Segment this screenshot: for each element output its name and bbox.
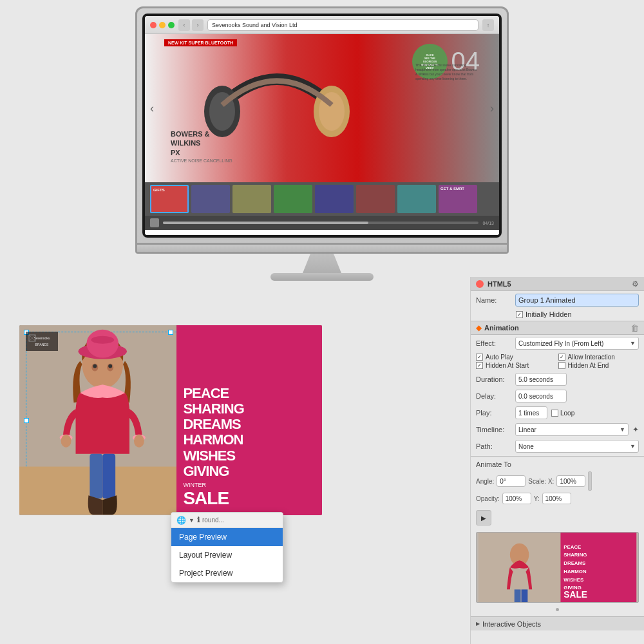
effect-row: Effect: Customized Fly In (From Left) ▼ bbox=[471, 335, 644, 352]
traffic-lights bbox=[150, 22, 175, 28]
maximize-button[interactable] bbox=[168, 22, 175, 28]
timeline-dropdown[interactable]: Linear ▼ bbox=[515, 423, 629, 436]
play-animation-button[interactable]: ▶ bbox=[476, 510, 491, 526]
thumb-8[interactable]: GET & SMRT bbox=[439, 185, 477, 213]
effect-dropdown-arrow: ▼ bbox=[630, 340, 636, 346]
hero-brand: BOWERS & WILKINS PX bbox=[171, 129, 232, 157]
svg-point-17 bbox=[93, 365, 97, 368]
initially-hidden-checkbox[interactable]: ✓ bbox=[516, 311, 523, 318]
loop-label: Loop bbox=[560, 410, 574, 417]
delay-value[interactable]: 0.0 seconds bbox=[515, 390, 567, 402]
auto-play-label: Auto Play bbox=[486, 354, 513, 361]
thumb-4[interactable] bbox=[274, 185, 312, 213]
home-icon[interactable] bbox=[150, 218, 159, 227]
interactive-objects-label: Interactive Objects bbox=[482, 620, 541, 628]
path-dropdown[interactable]: None ▼ bbox=[515, 440, 639, 453]
panel-close-button[interactable] bbox=[476, 280, 484, 288]
project-preview-item[interactable]: Project Preview bbox=[171, 564, 283, 582]
loop-checkbox[interactable] bbox=[551, 410, 558, 417]
animation-checkboxes: Auto Play Allow Interaction Hidden At St… bbox=[471, 352, 644, 371]
design-left-panel: Sevenooks BRANDS bbox=[19, 325, 186, 515]
auto-play-checkbox[interactable] bbox=[476, 354, 483, 361]
path-row: Path: None ▼ bbox=[471, 438, 644, 455]
peace-text: PEACESHARINGDREAMSHARMONWISHESGIVING bbox=[183, 386, 316, 479]
svg-point-22 bbox=[134, 435, 144, 448]
close-button[interactable] bbox=[150, 22, 156, 28]
name-input[interactable] bbox=[515, 294, 639, 307]
svg-point-13 bbox=[86, 330, 118, 358]
progress-fill bbox=[163, 222, 368, 224]
svg-point-14 bbox=[91, 336, 114, 344]
opacity-scale-y-row: Opacity: 100% Y: 100% bbox=[476, 493, 639, 504]
effect-dropdown[interactable]: Customized Fly In (From Left) ▼ bbox=[515, 337, 639, 350]
panel-preview-area: PEACE SHARING DREAMS HARMON WISHES GIVIN… bbox=[476, 532, 639, 603]
scale-x-sublabel: Scale: X: bbox=[528, 478, 554, 485]
forward-button[interactable]: › bbox=[192, 19, 204, 31]
effect-label: Effect: bbox=[476, 339, 511, 347]
play-times-input[interactable]: 1 times bbox=[515, 406, 547, 419]
url-bar[interactable]: Sevenooks Sound and Vision Ltd bbox=[207, 19, 478, 31]
thumb-2[interactable] bbox=[191, 185, 230, 213]
dot-indicator bbox=[471, 605, 644, 614]
svg-text:HARMON: HARMON bbox=[564, 569, 587, 574]
panel-scroll-area[interactable]: Name: ✓ Initially Hidden ◆ Animation 🗑 E… bbox=[471, 291, 644, 644]
panel-title: HTML5 bbox=[488, 280, 628, 288]
imac-screen: ‹ › Sevenooks Sound and Vision Ltd ↑ NEW… bbox=[145, 16, 499, 235]
initially-hidden-label: Initially Hidden bbox=[526, 310, 572, 318]
play-button-row: ▶ bbox=[471, 506, 644, 529]
dropdown-menu: 🌐 ▼ ℹ round... Page Preview Layout Previ… bbox=[171, 512, 283, 583]
gear-icon[interactable]: ⚙ bbox=[632, 279, 639, 289]
thumb-7[interactable] bbox=[397, 185, 436, 213]
delete-animation-icon[interactable]: 🗑 bbox=[630, 323, 639, 333]
share-button[interactable]: ↑ bbox=[482, 19, 494, 31]
allow-interaction-checkbox[interactable] bbox=[558, 354, 565, 361]
svg-text:WISHES: WISHES bbox=[564, 577, 583, 583]
scale-y-input[interactable]: 100% bbox=[542, 493, 571, 504]
timeline-value: Linear bbox=[518, 426, 536, 433]
thumb-3[interactable] bbox=[232, 185, 271, 213]
path-value: None bbox=[518, 443, 534, 450]
hero-subtitle: ACTIVE NOISE CANCELLING bbox=[171, 158, 232, 163]
duration-value[interactable]: 5.0 seconds bbox=[515, 373, 567, 386]
section-expand-icon[interactable]: ▶ bbox=[476, 621, 480, 627]
allow-interaction-item: Allow Interaction bbox=[558, 354, 639, 361]
svg-point-21 bbox=[61, 435, 71, 448]
svg-rect-23 bbox=[90, 454, 102, 499]
hero-brand-block: BOWERS & WILKINS PX ACTIVE NOISE CANCELL… bbox=[171, 129, 232, 163]
delay-label: Delay: bbox=[476, 392, 511, 400]
brand-logo: Sevenooks BRANDS bbox=[26, 332, 58, 351]
indicator-dot bbox=[556, 608, 559, 611]
effect-value: Customized Fly In (From Left) bbox=[518, 340, 603, 347]
animate-to-label: Animate To bbox=[471, 458, 644, 469]
imac-stand-base bbox=[270, 273, 374, 281]
bottom-bar: 04/13 bbox=[145, 216, 499, 230]
prev-arrow[interactable]: ‹ bbox=[150, 102, 154, 115]
minimize-button[interactable] bbox=[159, 22, 166, 28]
loop-check: Loop bbox=[551, 410, 574, 417]
svg-rect-36 bbox=[522, 589, 528, 602]
scale-x-input[interactable]: 100% bbox=[556, 475, 585, 487]
sale-label: SALE bbox=[183, 488, 316, 509]
back-button[interactable]: ‹ bbox=[178, 19, 190, 31]
next-arrow[interactable]: › bbox=[490, 102, 494, 115]
safari-nav: ‹ › bbox=[178, 19, 204, 31]
hidden-at-end-item: Hidden At End bbox=[558, 362, 639, 369]
wand-icon[interactable]: ✦ bbox=[632, 425, 639, 434]
svg-text:DREAMS: DREAMS bbox=[564, 560, 585, 566]
animation-section-title: Animation bbox=[484, 324, 628, 332]
imac-mockup: ‹ › Sevenooks Sound and Vision Ltd ↑ NEW… bbox=[135, 6, 509, 281]
name-row: Name: bbox=[471, 291, 644, 309]
dropdown-context-label: round... bbox=[202, 516, 278, 524]
divider-1 bbox=[471, 456, 644, 457]
page-preview-item[interactable]: Page Preview bbox=[171, 528, 283, 546]
thumb-5[interactable] bbox=[315, 185, 354, 213]
thumb-6[interactable] bbox=[356, 185, 395, 213]
animation-section-header: ◆ Animation 🗑 bbox=[471, 321, 644, 335]
opacity-input[interactable]: 100% bbox=[502, 493, 531, 504]
angle-input[interactable]: 0° bbox=[497, 475, 526, 487]
hidden-at-end-checkbox[interactable] bbox=[558, 362, 565, 369]
thumb-1[interactable]: GIFTS bbox=[150, 185, 189, 213]
layout-preview-item[interactable]: Layout Preview bbox=[171, 546, 283, 564]
initially-hidden-row: ✓ Initially Hidden bbox=[471, 309, 644, 321]
hidden-at-start-checkbox[interactable] bbox=[476, 362, 483, 369]
